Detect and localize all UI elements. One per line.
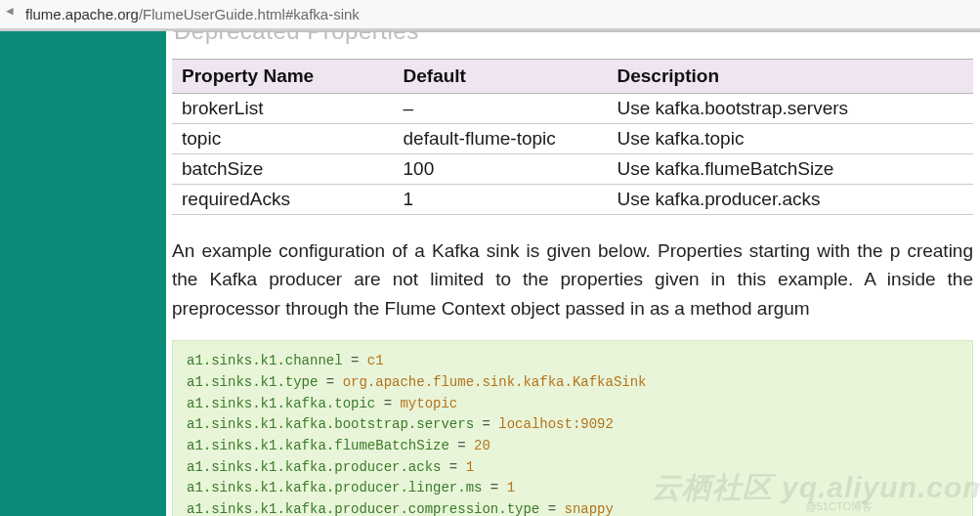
sidebar	[0, 31, 166, 516]
url-path: /FlumeUserGuide.html#kafka-sink	[139, 6, 360, 22]
table-row: requiredAcks 1 Use kafka.producer.acks	[172, 185, 973, 215]
table-row: topic default-flume-topic Use kafka.topi…	[172, 124, 973, 154]
cell-name: requiredAcks	[172, 185, 394, 215]
section-heading-deprecated: Deprecated Properties	[174, 31, 980, 45]
cell-desc: Use kafka.flumeBatchSize	[607, 154, 973, 185]
address-bar[interactable]: ▾ flume.apache.org/FlumeUserGuide.html#k…	[0, 0, 980, 29]
cell-default: 100	[394, 154, 608, 185]
cell-desc: Use kafka.bootstrap.servers	[607, 94, 973, 124]
table-row: batchSize 100 Use kafka.flumeBatchSize	[172, 154, 973, 185]
page: Deprecated Properties Property Name Defa…	[0, 29, 980, 516]
table-row: brokerList – Use kafka.bootstrap.servers	[172, 94, 973, 124]
col-default: Default	[394, 60, 608, 94]
cell-name: batchSize	[172, 154, 394, 185]
cell-desc: Use kafka.topic	[607, 124, 973, 154]
content: Deprecated Properties Property Name Defa…	[166, 31, 980, 516]
watermark-small: @51CTO博客	[806, 499, 873, 514]
cell-name: brokerList	[172, 94, 394, 124]
col-property-name: Property Name	[172, 60, 394, 94]
dropdown-icon: ▾	[6, 8, 20, 22]
table-header-row: Property Name Default Description	[172, 60, 973, 94]
url-host: flume.apache.org	[25, 6, 139, 22]
cell-desc: Use kafka.producer.acks	[607, 185, 973, 215]
col-description: Description	[607, 60, 973, 94]
cell-default: –	[394, 94, 608, 124]
example-paragraph: An example configuration of a Kafka sink…	[172, 236, 973, 322]
cell-default: default-flume-topic	[394, 124, 608, 154]
url-display: flume.apache.org/FlumeUserGuide.html#kaf…	[25, 6, 360, 22]
properties-table: Property Name Default Description broker…	[172, 59, 973, 215]
cell-default: 1	[394, 185, 608, 215]
cell-name: topic	[172, 124, 394, 154]
